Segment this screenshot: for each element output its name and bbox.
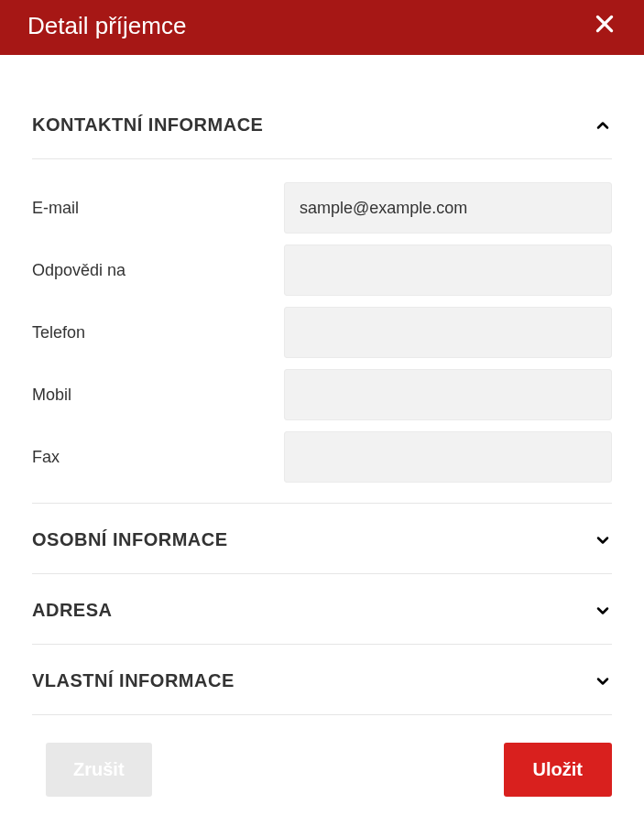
modal-header: Detail příjemce — [0, 0, 644, 55]
modal-body: KONTAKTNÍ INFORMACE E-mail Odpovědi na T… — [0, 55, 644, 715]
label-reply-to: Odpovědi na — [32, 261, 284, 280]
cancel-button[interactable]: Zrušit — [46, 743, 152, 797]
section-address: ADRESA — [32, 574, 612, 645]
chevron-up-icon — [594, 116, 612, 135]
section-contact-header[interactable]: KONTAKTNÍ INFORMACE — [32, 87, 612, 158]
modal-footer: Zrušit Uložit — [0, 715, 644, 826]
reply-to-field[interactable] — [284, 245, 612, 296]
section-contact-content: E-mail Odpovědi na Telefon Mobil Fax — [32, 159, 612, 503]
email-field[interactable] — [284, 182, 612, 234]
section-address-title: ADRESA — [32, 600, 112, 621]
close-button[interactable] — [593, 12, 617, 40]
modal-title: Detail příjemce — [27, 12, 186, 40]
form-row-mobile: Mobil — [32, 369, 612, 420]
fax-field[interactable] — [284, 431, 612, 483]
save-button[interactable]: Uložit — [504, 743, 612, 797]
form-row-reply-to: Odpovědi na — [32, 245, 612, 296]
section-personal-header[interactable]: OSOBNÍ INFORMACE — [32, 504, 612, 573]
section-custom-title: VLASTNÍ INFORMACE — [32, 670, 235, 691]
section-custom-header[interactable]: VLASTNÍ INFORMACE — [32, 645, 612, 714]
form-row-email: E-mail — [32, 182, 612, 234]
section-contact: KONTAKTNÍ INFORMACE E-mail Odpovědi na T… — [32, 87, 612, 504]
chevron-down-icon — [594, 531, 612, 549]
label-phone: Telefon — [32, 323, 284, 342]
label-email: E-mail — [32, 199, 284, 218]
form-row-fax: Fax — [32, 431, 612, 483]
mobile-field[interactable] — [284, 369, 612, 420]
phone-field[interactable] — [284, 307, 612, 358]
chevron-down-icon — [594, 672, 612, 690]
section-personal: OSOBNÍ INFORMACE — [32, 504, 612, 574]
section-address-header[interactable]: ADRESA — [32, 574, 612, 644]
label-fax: Fax — [32, 448, 284, 467]
section-custom: VLASTNÍ INFORMACE — [32, 645, 612, 715]
section-contact-title: KONTAKTNÍ INFORMACE — [32, 114, 263, 136]
close-icon — [593, 11, 617, 41]
chevron-down-icon — [594, 602, 612, 620]
label-mobile: Mobil — [32, 386, 284, 405]
section-personal-title: OSOBNÍ INFORMACE — [32, 529, 228, 550]
form-row-phone: Telefon — [32, 307, 612, 358]
